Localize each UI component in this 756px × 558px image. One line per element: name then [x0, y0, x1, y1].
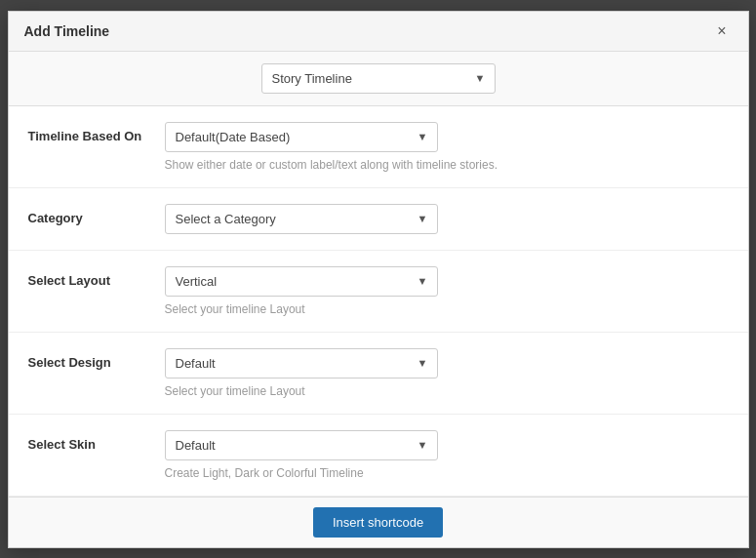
select-skin-hint: Create Light, Dark or Colorful Timeline	[165, 466, 729, 480]
select-layout-label: Select Layout	[28, 266, 165, 288]
modal-title: Add Timeline	[24, 23, 110, 39]
select-skin-control: Default Light Dark Colorful ▼ Create Lig…	[165, 430, 729, 480]
select-design-label: Select Design	[28, 348, 165, 370]
select-design-hint: Select your timeline Layout	[165, 384, 729, 398]
category-select[interactable]: Select a Category	[165, 204, 438, 234]
category-row: Category Select a Category ▼	[9, 188, 748, 251]
timeline-based-on-select-wrap: Default(Date Based) Custom Label ▼	[165, 122, 438, 152]
category-control: Select a Category ▼	[165, 204, 729, 234]
select-design-select[interactable]: Default	[165, 348, 438, 379]
select-skin-row: Select Skin Default Light Dark Colorful …	[9, 415, 748, 497]
select-skin-label: Select Skin	[28, 430, 165, 452]
modal-overlay: Add Timeline × Story Timeline Post Timel…	[0, 0, 756, 558]
select-layout-select[interactable]: Vertical Horizontal	[165, 266, 438, 297]
modal-body: Timeline Based On Default(Date Based) Cu…	[9, 106, 748, 497]
timeline-based-on-label: Timeline Based On	[28, 122, 165, 143]
category-label: Category	[28, 204, 165, 225]
insert-shortcode-button[interactable]: Insert shortcode	[313, 507, 443, 538]
select-layout-control: Vertical Horizontal ▼ Select your timeli…	[165, 266, 729, 316]
select-layout-hint: Select your timeline Layout	[165, 302, 729, 316]
timeline-type-select[interactable]: Story Timeline Post Timeline Custom Time…	[261, 63, 496, 94]
modal-footer: Insert shortcode	[9, 497, 748, 547]
timeline-based-on-row: Timeline Based On Default(Date Based) Cu…	[9, 106, 748, 188]
select-layout-select-wrap: Vertical Horizontal ▼	[165, 266, 438, 297]
select-skin-select-wrap: Default Light Dark Colorful ▼	[165, 430, 438, 460]
select-design-row: Select Design Default ▼ Select your time…	[9, 333, 748, 415]
timeline-based-on-hint: Show either date or custom label/text al…	[165, 158, 729, 172]
timeline-based-on-control: Default(Date Based) Custom Label ▼ Show …	[165, 122, 729, 172]
select-design-select-wrap: Default ▼	[165, 348, 438, 379]
modal-header: Add Timeline ×	[9, 12, 748, 52]
select-design-control: Default ▼ Select your timeline Layout	[165, 348, 729, 398]
select-skin-select[interactable]: Default Light Dark Colorful	[165, 430, 438, 460]
close-button[interactable]: ×	[711, 21, 732, 41]
add-timeline-modal: Add Timeline × Story Timeline Post Timel…	[8, 11, 749, 548]
category-select-wrap: Select a Category ▼	[165, 204, 438, 234]
top-select-section: Story Timeline Post Timeline Custom Time…	[9, 52, 748, 106]
timeline-type-select-wrap: Story Timeline Post Timeline Custom Time…	[261, 63, 496, 94]
select-layout-row: Select Layout Vertical Horizontal ▼ Sele…	[9, 251, 748, 333]
timeline-based-on-select[interactable]: Default(Date Based) Custom Label	[165, 122, 438, 152]
